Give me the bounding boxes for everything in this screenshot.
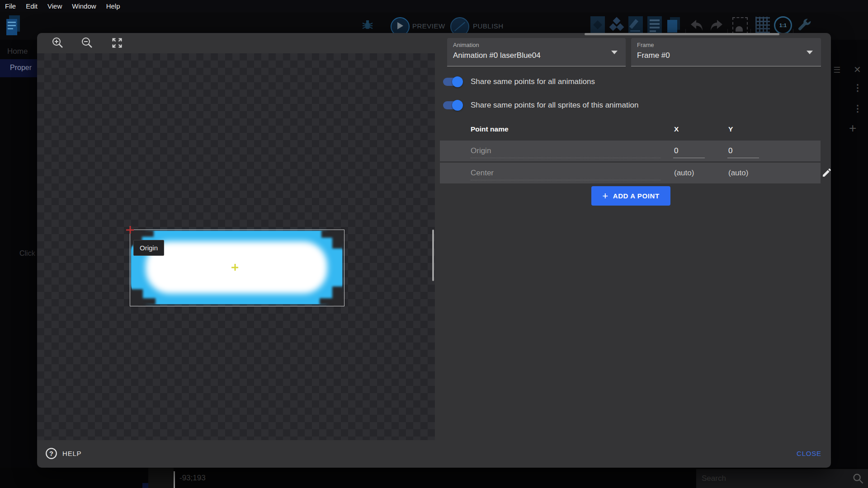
zoom-in-icon[interactable] <box>52 37 64 49</box>
point-name-cell[interactable]: Origin <box>471 146 491 155</box>
fit-to-screen-icon[interactable] <box>111 37 123 49</box>
wrench-icon[interactable] <box>797 17 812 33</box>
point-y-cell: (auto) <box>728 169 748 178</box>
add-point-label: ADD A POINT <box>613 192 660 200</box>
sprite-preview-canvas[interactable]: Origin <box>37 53 435 440</box>
tab-properties-label: Proper <box>10 64 32 72</box>
tab-properties[interactable]: Proper <box>0 59 37 77</box>
table-row-center[interactable]: Center (auto) (auto) <box>440 163 821 183</box>
frame-select-value: Frame #0 <box>637 51 670 60</box>
point-y-cell[interactable]: 0 <box>728 146 732 155</box>
point-x-cell[interactable]: 0 <box>674 146 678 155</box>
kebab-menu-icon-2[interactable]: ⋮ <box>853 103 862 114</box>
origin-tooltip-label: Origin <box>140 244 158 252</box>
object-groups-icon[interactable] <box>609 16 624 34</box>
col-header-y: Y <box>728 125 733 133</box>
close-button[interactable]: CLOSE <box>797 450 821 457</box>
menu-edit[interactable]: Edit <box>21 2 42 10</box>
instance-hint-text: Click <box>19 249 35 258</box>
share-points-all-sprites-toggle[interactable] <box>443 101 461 109</box>
mask-selection-icon[interactable] <box>732 17 748 34</box>
app-root: File Edit View Window Help PREVIEW <box>0 0 868 488</box>
point-name-cell[interactable]: Center <box>471 169 494 178</box>
share-points-all-animations-toggle[interactable] <box>443 78 461 86</box>
status-divider <box>174 471 175 488</box>
kebab-menu-icon[interactable]: ⋮ <box>853 82 862 93</box>
panel-close-icon[interactable]: ✕ <box>854 64 861 75</box>
menu-view[interactable]: View <box>42 2 67 10</box>
grid-icon[interactable] <box>755 17 770 33</box>
horizontal-scrollbar[interactable] <box>585 33 779 35</box>
cursor-coordinates: -93;193 <box>179 474 206 483</box>
animation-select-value: Animation #0 laserBlue04 <box>453 51 541 60</box>
sort-icon[interactable]: ☰ <box>833 65 840 75</box>
instances-list-icon[interactable] <box>647 16 662 34</box>
share-points-all-animations-label: Share same points for all animations <box>471 77 595 86</box>
add-point-button[interactable]: + ADD A POINT <box>591 186 670 206</box>
edit-center-pencil-icon[interactable] <box>821 167 832 178</box>
origin-point-marker[interactable] <box>126 226 134 234</box>
frame-select-label: Frame <box>637 42 654 48</box>
menu-file[interactable]: File <box>0 2 21 10</box>
preview-button[interactable]: PREVIEW <box>412 22 445 30</box>
animation-select-label: Animation <box>453 42 479 48</box>
search-placeholder: Search <box>702 474 726 483</box>
origin-tooltip: Origin <box>133 240 164 256</box>
chevron-down-icon <box>611 51 618 54</box>
edit-scene-icon[interactable] <box>628 16 643 34</box>
publish-button[interactable]: PUBLISH <box>473 22 504 30</box>
layers-icon[interactable] <box>666 16 681 34</box>
help-icon[interactable]: ? <box>45 447 57 460</box>
col-header-x: X <box>674 125 679 133</box>
add-panel-icon[interactable]: + <box>849 121 856 136</box>
point-x-cell: (auto) <box>674 169 694 178</box>
one-to-one-label: 1:1 <box>779 23 787 28</box>
redo-icon[interactable] <box>709 19 723 33</box>
menu-bar: File Edit View Window Help <box>0 0 868 12</box>
svg-text:?: ? <box>49 450 53 457</box>
chevron-down-icon <box>807 51 813 54</box>
table-row-origin[interactable]: Origin 0 0 <box>440 141 821 161</box>
menu-window[interactable]: Window <box>67 2 101 10</box>
menu-help[interactable]: Help <box>101 2 125 10</box>
project-manager-icon[interactable] <box>6 15 22 37</box>
add-object-icon[interactable] <box>590 16 605 34</box>
search-icon <box>852 472 864 485</box>
help-button[interactable]: HELP <box>62 450 81 457</box>
share-points-all-sprites-label: Share same points for all sprites of thi… <box>471 101 638 110</box>
undo-icon[interactable] <box>690 19 704 33</box>
zoom-out-icon[interactable] <box>81 37 94 49</box>
edit-points-dialog: Origin Animation Animation #0 laserBlue0… <box>37 33 831 468</box>
preview-scrollbar[interactable] <box>432 230 434 281</box>
center-point-marker[interactable] <box>231 264 238 271</box>
frame-select[interactable]: Frame Frame #0 <box>631 38 821 66</box>
zoom-one-to-one-icon[interactable]: 1:1 <box>774 16 792 34</box>
animation-select[interactable]: Animation Animation #0 laserBlue04 <box>447 38 626 66</box>
debug-icon[interactable] <box>362 19 373 32</box>
col-header-point-name: Point name <box>471 125 509 133</box>
status-block <box>148 468 174 488</box>
tab-home[interactable]: Home <box>7 47 28 56</box>
search-field[interactable]: Search <box>696 469 868 488</box>
